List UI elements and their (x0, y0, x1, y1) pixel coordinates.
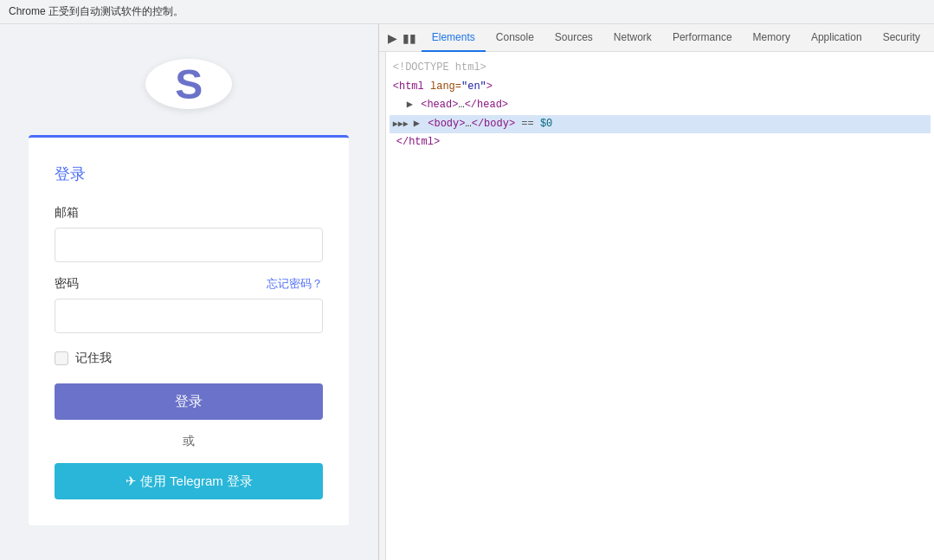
tab-performance[interactable]: Performance (662, 24, 743, 52)
login-button[interactable]: 登录 (55, 383, 323, 420)
remember-me-row: 记住我 (55, 351, 323, 366)
tab-application[interactable]: Application (801, 24, 873, 52)
devtools-tabs: Elements Console Sources Network Perform… (422, 24, 931, 52)
device-icon[interactable]: ▮▮ (403, 31, 416, 45)
tab-elements[interactable]: Elements (422, 24, 486, 52)
telegram-login-button[interactable]: ✈ 使用 Telegram 登录 (55, 463, 323, 499)
email-input[interactable] (55, 228, 323, 262)
main-layout: S 登录 邮箱 密码 忘记密码？ 记住我 登录 或 ✈ (0, 24, 934, 560)
tab-security[interactable]: Security (873, 24, 931, 52)
password-header: 密码 忘记密码？ (55, 276, 323, 292)
login-panel: S 登录 邮箱 密码 忘记密码？ 记住我 登录 或 ✈ (0, 24, 378, 560)
devtools-icons: ▶ ▮▮ (383, 31, 422, 45)
tab-console[interactable]: Console (486, 24, 544, 52)
devtools-gutter (379, 52, 386, 560)
tab-network[interactable]: Network (603, 24, 662, 52)
cursor-icon[interactable]: ▶ (388, 31, 397, 45)
or-divider: 或 (55, 434, 323, 449)
forgot-password-link[interactable]: 忘记密码？ (267, 276, 323, 292)
dom-line-html-close: </html> (390, 133, 931, 152)
remember-label: 记住我 (75, 351, 112, 366)
tab-memory[interactable]: Memory (743, 24, 801, 52)
dom-line-doctype: <!DOCTYPE html> (390, 59, 931, 78)
telegram-button-label: ✈ 使用 Telegram 登录 (126, 473, 253, 490)
devtools-toolbar: ▶ ▮▮ Elements Console Sources Network Pe… (379, 24, 934, 52)
devtools-content: <!DOCTYPE html> <html lang="en"> ▶ <head… (379, 52, 934, 560)
password-label: 密码 (55, 276, 79, 292)
devtools-panel: ▶ ▮▮ Elements Console Sources Network Pe… (378, 24, 934, 560)
tab-sources[interactable]: Sources (544, 24, 603, 52)
login-card: 登录 邮箱 密码 忘记密码？ 记住我 登录 或 ✈ 使用 Telegram 登录 (29, 135, 349, 525)
chrome-automation-bar: Chrome 正受到自动测试软件的控制。 (0, 0, 934, 24)
dom-line-body[interactable]: ▶▶▶ ▶ <body>…</body> == $0 (390, 115, 931, 134)
password-input[interactable] (55, 299, 323, 333)
dom-tree: <!DOCTYPE html> <html lang="en"> ▶ <head… (386, 52, 934, 560)
login-title: 登录 (55, 164, 323, 184)
email-label: 邮箱 (55, 205, 323, 221)
automation-notice: Chrome 正受到自动测试软件的控制。 (9, 4, 184, 19)
dom-line-html[interactable]: <html lang="en"> (390, 78, 931, 97)
logo-circle: S (145, 59, 232, 109)
dom-line-head[interactable]: ▶ <head>…</head> (390, 96, 931, 115)
remember-checkbox[interactable] (55, 351, 68, 365)
logo-letter: S (175, 61, 203, 108)
